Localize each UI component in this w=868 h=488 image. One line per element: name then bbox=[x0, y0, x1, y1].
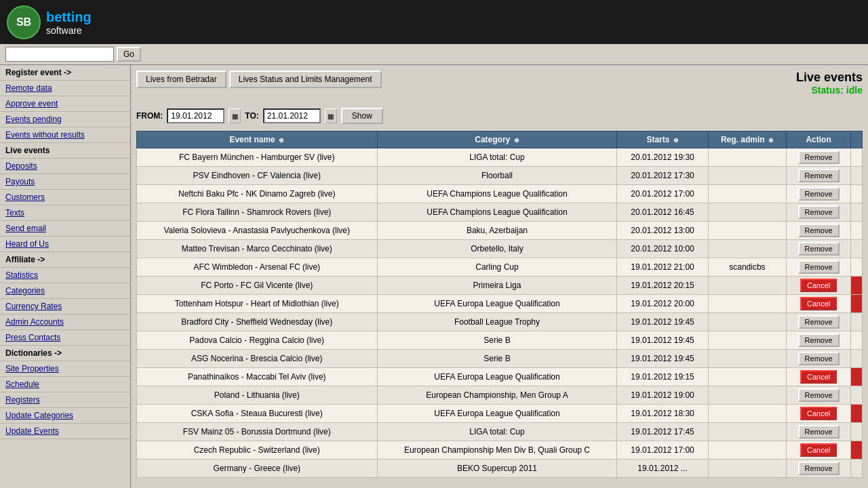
cancel-button[interactable]: Cancel bbox=[800, 443, 837, 457]
cell-event-name: AFC Wimbledon - Arsenal FC (live) bbox=[137, 258, 378, 277]
lives-betradar-button[interactable]: Lives from Betradar bbox=[136, 70, 226, 88]
cell-reg-admin bbox=[708, 277, 787, 295]
sidebar-item-remote-data[interactable]: Remote data bbox=[0, 81, 130, 96]
cancel-button[interactable]: Cancel bbox=[800, 279, 837, 292]
cell-event-name: Neftchi Baku Pfc - NK Dinamo Zagreb (liv… bbox=[137, 185, 378, 203]
cell-event-name: FC Bayern München - Hamburger SV (live) bbox=[137, 148, 378, 167]
cell-reg-admin bbox=[708, 222, 787, 240]
sidebar-item-approve-event[interactable]: Approve event bbox=[0, 96, 130, 112]
cell-extra bbox=[851, 460, 863, 478]
to-date-input[interactable] bbox=[263, 108, 321, 123]
sidebar-item-affiliate[interactable]: Affiliate -> bbox=[0, 252, 130, 268]
cell-extra bbox=[851, 295, 863, 313]
col-event-name: Event name ⊕ bbox=[137, 131, 378, 148]
cell-action: Remove bbox=[787, 148, 851, 167]
sidebar-item-register-event[interactable]: Register event -> bbox=[0, 65, 130, 81]
sidebar-item-statistics[interactable]: Statistics bbox=[0, 268, 130, 283]
table-row: Tottenham Hotspur - Heart of Midlothian … bbox=[137, 295, 863, 313]
go-button[interactable]: Go bbox=[117, 47, 141, 62]
logo-icon: SB bbox=[7, 5, 41, 39]
table-row: FSV Mainz 05 - Borussia Dortmund (live)L… bbox=[137, 423, 863, 441]
cell-reg-admin bbox=[708, 350, 787, 368]
search-input[interactable] bbox=[5, 47, 114, 62]
cell-action: Cancel bbox=[787, 441, 851, 460]
sidebar-item-events-pending[interactable]: Events pending bbox=[0, 112, 130, 127]
sidebar-item-site-properties[interactable]: Site Properties bbox=[0, 361, 130, 377]
cell-reg-admin bbox=[708, 240, 787, 258]
sidebar-item-deposits[interactable]: Deposits bbox=[0, 159, 130, 174]
remove-button[interactable]: Remove bbox=[798, 260, 840, 274]
table-row: FC Flora Tallinn - Shamrock Rovers (live… bbox=[137, 203, 863, 222]
cell-action: Remove bbox=[787, 331, 851, 350]
layout: Register event ->Remote dataApprove even… bbox=[0, 65, 868, 488]
sidebar-item-send-email[interactable]: Send email bbox=[0, 221, 130, 237]
table-row: Panathinaikos - Maccabi Tel Aviv (live)U… bbox=[137, 368, 863, 386]
sidebar-item-admin-accounts[interactable]: Admin Accounts bbox=[0, 314, 130, 330]
cell-category: LIGA total: Cup bbox=[377, 423, 617, 441]
cell-starts: 20.01.2012 19:30 bbox=[617, 148, 708, 167]
cancel-button[interactable]: Cancel bbox=[800, 297, 837, 310]
cell-event-name: Matteo Trevisan - Marco Cecchinato (live… bbox=[137, 240, 378, 258]
sidebar-item-registers[interactable]: Registers bbox=[0, 392, 130, 408]
sidebar-item-press-contacts[interactable]: Press Contacts bbox=[0, 330, 130, 346]
table-row: Matteo Trevisan - Marco Cecchinato (live… bbox=[137, 240, 863, 258]
sidebar-item-customers[interactable]: Customers bbox=[0, 190, 130, 205]
cell-category: Floorball bbox=[377, 167, 617, 185]
from-calendar-button[interactable]: ▦ bbox=[229, 108, 241, 123]
remove-button[interactable]: Remove bbox=[798, 205, 840, 219]
remove-button[interactable]: Remove bbox=[798, 224, 840, 237]
table-header-row: Event name ⊕ Category ⊕ Starts ⊕ Reg. ad… bbox=[137, 131, 863, 148]
sidebar-item-schedule[interactable]: Schedule bbox=[0, 377, 130, 392]
sidebar-item-dictionaries[interactable]: Dictionaries -> bbox=[0, 346, 130, 361]
cell-reg-admin bbox=[708, 185, 787, 203]
action-buttons: Lives from Betradar Lives Status and Lim… bbox=[136, 70, 382, 88]
show-button[interactable]: Show bbox=[341, 108, 383, 124]
remove-button[interactable]: Remove bbox=[798, 352, 840, 365]
sidebar-item-texts[interactable]: Texts bbox=[0, 205, 130, 221]
cell-starts: 19.01.2012 19:15 bbox=[617, 368, 708, 386]
cell-starts: 19.01.2012 17:00 bbox=[617, 441, 708, 460]
sidebar-item-update-categories[interactable]: Update Categories bbox=[0, 408, 130, 424]
cell-category: Baku, Azerbaijan bbox=[377, 222, 617, 240]
right-header: Live events Status: idle bbox=[796, 70, 863, 96]
sidebar-item-payouts[interactable]: Payouts bbox=[0, 174, 130, 190]
remove-button[interactable]: Remove bbox=[798, 150, 840, 164]
toolbar-row: Go bbox=[0, 44, 868, 65]
cell-extra bbox=[851, 313, 863, 331]
remove-button[interactable]: Remove bbox=[798, 187, 840, 201]
cell-starts: 19.01.2012 19:45 bbox=[617, 331, 708, 350]
cell-event-name: Germany - Greece (live) bbox=[137, 460, 378, 478]
from-date-input[interactable] bbox=[167, 108, 224, 123]
sidebar-item-categories[interactable]: Categories bbox=[0, 283, 130, 299]
remove-button[interactable]: Remove bbox=[798, 388, 840, 402]
remove-button[interactable]: Remove bbox=[798, 242, 840, 256]
cell-action: Remove bbox=[787, 185, 851, 203]
to-calendar-button[interactable]: ▦ bbox=[325, 108, 337, 123]
cell-action: Cancel bbox=[787, 295, 851, 313]
header: SB betting software bbox=[0, 0, 868, 44]
lives-status-button[interactable]: Lives Status and Limits Management bbox=[229, 70, 382, 88]
cell-starts: 20.01.2012 16:45 bbox=[617, 203, 708, 222]
cancel-button[interactable]: Cancel bbox=[800, 370, 837, 384]
remove-button[interactable]: Remove bbox=[798, 462, 840, 475]
from-label: FROM: bbox=[136, 111, 163, 121]
cell-extra bbox=[851, 203, 863, 222]
cell-event-name: PSV Eindhoven - CF Valencia (live) bbox=[137, 167, 378, 185]
sidebar-item-events-without-results[interactable]: Events without results bbox=[0, 127, 130, 143]
remove-button[interactable]: Remove bbox=[798, 333, 840, 347]
remove-button[interactable]: Remove bbox=[798, 169, 840, 182]
cell-reg-admin bbox=[708, 331, 787, 350]
sidebar-item-update-events[interactable]: Update Events bbox=[0, 424, 130, 439]
cancel-button[interactable]: Cancel bbox=[800, 407, 837, 420]
sidebar-item-currency-rates[interactable]: Currency Rates bbox=[0, 299, 130, 314]
cell-extra bbox=[851, 240, 863, 258]
cell-starts: 20.01.2012 17:00 bbox=[617, 185, 708, 203]
cell-action: Remove bbox=[787, 350, 851, 368]
cell-event-name: ASG Nocerina - Brescia Calcio (live) bbox=[137, 350, 378, 368]
remove-button[interactable]: Remove bbox=[798, 315, 840, 329]
sidebar-item-live-events[interactable]: Live events bbox=[0, 143, 130, 159]
remove-button[interactable]: Remove bbox=[798, 425, 840, 439]
sidebar-item-heard-of-us[interactable]: Heard of Us bbox=[0, 237, 130, 252]
cell-extra bbox=[851, 350, 863, 368]
cell-reg-admin bbox=[708, 405, 787, 423]
